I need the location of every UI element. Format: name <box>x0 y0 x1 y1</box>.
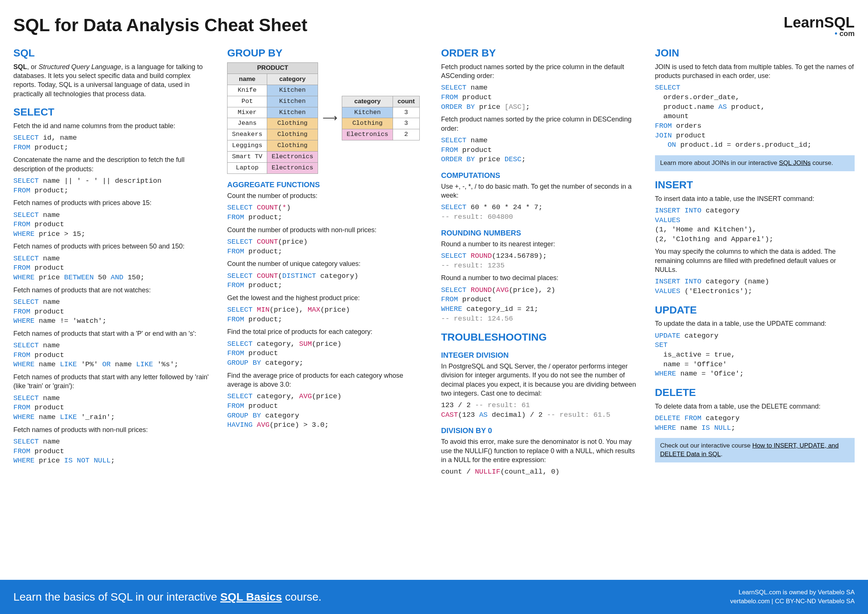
heading-select: SELECT <box>13 105 213 119</box>
heading-intdiv: INTEGER DIVISION <box>441 350 641 360</box>
table-row: Kitchen3 <box>342 107 420 118</box>
comp-desc: Use +, -, *, / to do basic math. To get … <box>441 182 641 200</box>
round-e2-desc: Round a number to two decimal places: <box>441 274 641 282</box>
aggfn-e1-desc: Count the number of products: <box>227 191 427 200</box>
aggfn-e4-code: SELECT MIN(price), MAX(price) FROM produ… <box>227 305 427 324</box>
div0-desc: To avoid this error, make sure the denom… <box>441 437 641 464</box>
column-3: ORDER BY Fetch product names sorted by t… <box>441 46 641 480</box>
select-ex1-code: SELECT id, name FROM product; <box>13 133 213 152</box>
aggfn-e5-desc: Find the total price of products for eac… <box>227 327 427 336</box>
orderby-e2-code: SELECT name FROM product ORDER BY price … <box>441 136 641 165</box>
page-title: SQL for Data Analysis Cheat Sheet <box>13 15 307 35</box>
link-sql-basics[interactable]: SQL Basics <box>220 591 282 603</box>
intdiv-desc: In PostgreSQL and SQL Server, the / oper… <box>441 362 641 398</box>
aggregate-table: categorycount Kitchen3Clothing3Electroni… <box>342 96 420 141</box>
table-row: Clothing3 <box>342 118 420 129</box>
table-row: Electronics2 <box>342 129 420 140</box>
update-code: UPDATE category SET is_active = true, na… <box>655 331 855 379</box>
select-ex5-desc: Fetch names of products that are not wat… <box>13 286 213 295</box>
aggfn-e2-code: SELECT COUNT(price) FROM product; <box>227 237 427 256</box>
aggfn-e6-desc: Find the average price of products for e… <box>227 371 427 389</box>
table-row: PotKitchen <box>228 96 318 107</box>
join-callout: Learn more about JOINs in our interactiv… <box>655 155 855 171</box>
intdiv-code: 123 / 2 -- result: 61 CAST(123 AS decima… <box>441 401 641 420</box>
table-row: MixerKitchen <box>228 107 318 118</box>
select-ex6-desc: Fetch names of products that start with … <box>13 329 213 338</box>
update-desc: To update the data in a table, use the U… <box>655 319 855 328</box>
insert-e2-code: INSERT INTO category (name) VALUES ('Ele… <box>655 277 855 296</box>
column-2: GROUP BY PRODUCT namecategory KnifeKitch… <box>227 46 427 480</box>
join-desc: JOIN is used to fetch data from multiple… <box>655 62 855 81</box>
select-ex7-desc: Fetch names of products that start with … <box>13 373 213 391</box>
aggfn-e3-desc: Count the number of unique category valu… <box>227 259 427 268</box>
select-ex8-code: SELECT name FROM product WHERE price IS … <box>13 437 213 466</box>
footer-owner: LearnSQL.com is owned by Vertabelo SA <box>730 588 855 597</box>
aggfn-e5-code: SELECT category, SUM(price) FROM product… <box>227 339 427 368</box>
logo-learn: Learn <box>784 14 824 31</box>
heading-delete: DELETE <box>655 385 855 399</box>
table-row: SneakersClothing <box>228 129 318 140</box>
column-4: JOIN JOIN is used to fetch data from mul… <box>655 46 855 480</box>
table-row: JeansClothing <box>228 118 318 129</box>
aggfn-e1-code: SELECT COUNT(*) FROM product; <box>227 203 427 222</box>
footer-license: vertabelo.com | CC BY-NC-ND Vertabelo SA <box>730 597 855 606</box>
heading-rounding: ROUNDING NUMBERS <box>441 228 641 238</box>
logo-sql: SQL <box>824 14 855 31</box>
round-e1-code: SELECT ROUND(1234.56789); -- result: 123… <box>441 252 641 270</box>
logo-dot: • <box>835 30 837 37</box>
heading-join: JOIN <box>655 46 855 60</box>
select-ex5-code: SELECT name FROM product WHERE name != '… <box>13 297 213 326</box>
select-ex4-desc: Fetch names of products with prices betw… <box>13 242 213 251</box>
insert-e1-desc: To insert data into a table, use the INS… <box>655 194 855 203</box>
round-e2-code: SELECT ROUND(AVG(price), 2) FROM product… <box>441 286 641 324</box>
heading-groupby: GROUP BY <box>227 46 427 60</box>
select-ex3-desc: Fetch names of products with prices abov… <box>13 198 213 207</box>
delete-desc: To delete data from a table, use the DEL… <box>655 402 855 411</box>
comp-code: SELECT 60 * 60 * 24 * 7; -- result: 6048… <box>441 203 641 222</box>
groupby-diagram: PRODUCT namecategory KnifeKitchenPotKitc… <box>227 62 427 174</box>
logo: LearnSQL • com <box>784 15 855 37</box>
aggfn-e3-code: SELECT COUNT(DISTINCT category) FROM pro… <box>227 272 427 291</box>
aggfn-e4-desc: Get the lowest and the highest product p… <box>227 294 427 302</box>
heading-insert: INSERT <box>655 178 855 192</box>
heading-update: UPDATE <box>655 303 855 317</box>
select-ex2-desc: Concatenate the name and the description… <box>13 155 213 174</box>
orderby-e1-desc: Fetch product names sorted by the price … <box>441 62 641 81</box>
orderby-e2-desc: Fetch product names sorted by the price … <box>441 115 641 133</box>
select-ex7-code: SELECT name FROM product WHERE name LIKE… <box>13 394 213 422</box>
heading-div0: DIVISION BY 0 <box>441 426 641 436</box>
select-ex2-code: SELECT name || ' - ' || description FROM… <box>13 176 213 195</box>
select-ex8-desc: Fetch names of products with non-null pr… <box>13 425 213 434</box>
heading-sql: SQL <box>13 46 213 60</box>
select-ex3-code: SELECT name FROM product WHERE price > 1… <box>13 211 213 239</box>
select-ex4-code: SELECT name FROM product WHERE price BET… <box>13 254 213 283</box>
table-row: KnifeKitchen <box>228 85 318 96</box>
div0-code: count / NULLIF(count_all, 0) <box>441 467 641 477</box>
delete-callout: Check out our interactive course How to … <box>655 438 855 462</box>
footer-right: LearnSQL.com is owned by Vertabelo SA ve… <box>730 588 855 606</box>
footer-left: Learn the basics of SQL in our interacti… <box>13 591 321 603</box>
delete-code: DELETE FROM category WHERE name IS NULL; <box>655 414 855 433</box>
header: SQL for Data Analysis Cheat Sheet LearnS… <box>13 15 855 37</box>
join-code: SELECT orders.order_date, product.name A… <box>655 83 855 150</box>
product-table: PRODUCT namecategory KnifeKitchenPotKitc… <box>227 62 318 174</box>
aggfn-e2-desc: Count the number of products with non-nu… <box>227 225 427 235</box>
table-row: LeggingsClothing <box>228 140 318 152</box>
heading-computations: COMPUTATIONS <box>441 171 641 180</box>
arrow-icon: ⟶ <box>322 111 337 125</box>
heading-aggfn: AGGREGATE FUNCTIONS <box>227 180 427 190</box>
select-ex6-code: SELECT name FROM product WHERE name LIKE… <box>13 341 213 370</box>
insert-e2-desc: You may specify the columns to which the… <box>655 247 855 274</box>
heading-troubleshooting: TROUBLESHOOTING <box>441 330 641 344</box>
table-row: Smart TVElectronics <box>228 152 318 163</box>
link-sql-joins[interactable]: SQL JOINs <box>779 159 811 166</box>
footer: Learn the basics of SQL in our interacti… <box>0 580 868 614</box>
column-1: SQL SQL, or Structured Query Language, i… <box>13 46 213 480</box>
table-row: LaptopElectronics <box>228 163 318 174</box>
sql-intro: SQL, or Structured Query Language, is a … <box>13 62 213 98</box>
select-ex1-desc: Fetch the id and name columns from the p… <box>13 121 213 131</box>
orderby-e1-code: SELECT name FROM product ORDER BY price … <box>441 83 641 112</box>
heading-orderby: ORDER BY <box>441 46 641 60</box>
round-e1-desc: Round a number to its nearest integer: <box>441 239 641 249</box>
aggfn-e6-code: SELECT category, AVG(price) FROM product… <box>227 392 427 430</box>
